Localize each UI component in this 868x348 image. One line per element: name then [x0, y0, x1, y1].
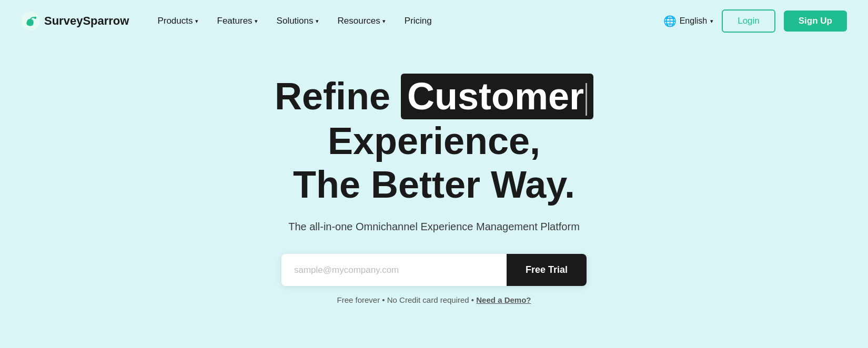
header-left: SurveySparrow Products ▾ Features ▾ Solu… — [21, 12, 439, 30]
logo-text: SurveySparrow — [44, 14, 129, 28]
chevron-down-icon: ▾ — [255, 18, 258, 25]
nav-item-products[interactable]: Products ▾ — [150, 12, 205, 30]
logo[interactable]: SurveySparrow — [21, 12, 129, 30]
nav-item-pricing[interactable]: Pricing — [397, 12, 439, 30]
language-label: English — [680, 16, 707, 26]
hero-section: Refine Customer Experience, The Better W… — [0, 42, 868, 336]
hero-title-prefix: Refine — [275, 75, 401, 117]
globe-icon: 🌐 — [663, 15, 677, 27]
logo-icon — [21, 12, 40, 30]
email-input[interactable] — [281, 254, 507, 286]
nav-label-solutions: Solutions — [277, 16, 314, 26]
email-form: Free Trial — [281, 254, 587, 286]
chevron-down-icon: ▾ — [710, 18, 713, 25]
hero-title-line2: The Better Way. — [293, 163, 575, 206]
login-button[interactable]: Login — [722, 9, 775, 33]
svg-point-1 — [34, 16, 37, 19]
demo-link[interactable]: Need a Demo? — [476, 295, 531, 304]
hero-title-suffix: Experience, — [328, 120, 540, 162]
free-trial-button[interactable]: Free Trial — [507, 254, 587, 286]
hero-footnote: Free forever • No Credit card required •… — [337, 295, 531, 304]
hero-subtitle: The all-in-one Omnichannel Experience Ma… — [288, 221, 580, 233]
chevron-down-icon: ▾ — [195, 18, 198, 25]
chevron-down-icon: ▾ — [316, 18, 319, 25]
hero-title: Refine Customer Experience, The Better W… — [171, 74, 697, 206]
hero-title-highlight: Customer — [401, 74, 593, 119]
main-nav: Products ▾ Features ▾ Solutions ▾ Resour… — [150, 12, 439, 30]
footnote-text: Free forever • No Credit card required • — [337, 295, 475, 304]
nav-label-products: Products — [157, 16, 193, 26]
header-right: 🌐 English ▾ Login Sign Up — [663, 9, 847, 33]
nav-label-resources: Resources — [338, 16, 380, 26]
main-header: SurveySparrow Products ▾ Features ▾ Solu… — [0, 0, 868, 42]
nav-item-resources[interactable]: Resources ▾ — [330, 12, 393, 30]
signup-button[interactable]: Sign Up — [784, 11, 847, 32]
nav-label-pricing: Pricing — [405, 16, 432, 26]
nav-item-features[interactable]: Features ▾ — [210, 12, 265, 30]
nav-label-features: Features — [217, 16, 253, 26]
chevron-down-icon: ▾ — [382, 18, 386, 25]
nav-item-solutions[interactable]: Solutions ▾ — [269, 12, 326, 30]
language-selector[interactable]: 🌐 English ▾ — [663, 15, 713, 27]
